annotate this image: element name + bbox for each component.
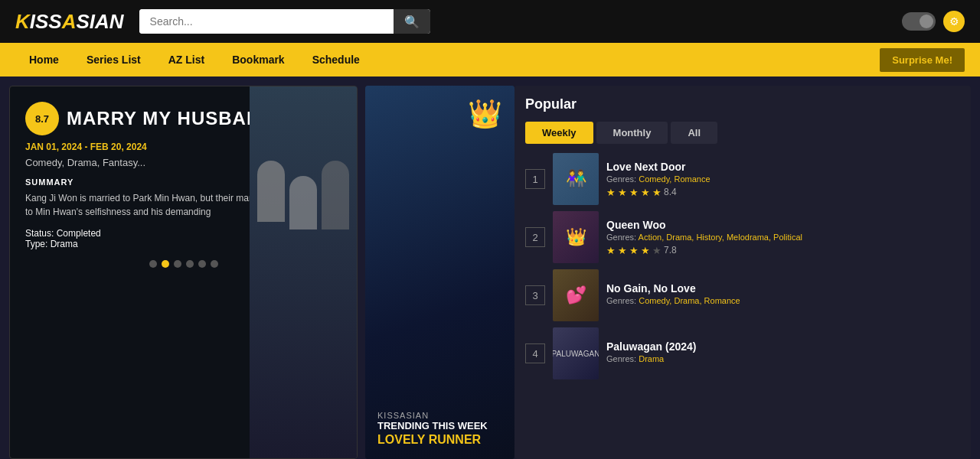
type-label: Type: xyxy=(25,239,47,249)
header: KISSASIAN 🔍 ⚙ xyxy=(0,0,980,43)
star: ★ xyxy=(652,245,662,256)
kissasian-label: KISSASIAN xyxy=(377,411,502,420)
header-right: ⚙ xyxy=(902,11,965,32)
star: ★ xyxy=(618,245,627,256)
star: ★ xyxy=(629,245,639,256)
genres-3: Genres: Comedy, Drama, Romance xyxy=(606,296,960,305)
tab-weekly[interactable]: Weekly xyxy=(525,122,593,144)
info-4: Paluwagan (2024) Genres: Drama xyxy=(606,340,960,366)
popular-title: Popular xyxy=(525,96,960,112)
nav-bookmark[interactable]: Bookmark xyxy=(218,43,298,76)
dot-5[interactable] xyxy=(198,260,206,268)
dot-3[interactable] xyxy=(174,260,181,268)
popular-tabs: Weekly Monthly All xyxy=(525,122,960,144)
star: ★ xyxy=(606,187,616,198)
star: ★ xyxy=(629,187,639,198)
crown-icon: 👑 xyxy=(468,98,502,130)
search-button[interactable]: 🔍 xyxy=(394,9,430,34)
surprise-button[interactable]: Surprise Me! xyxy=(880,48,965,72)
status-label: Status: xyxy=(25,228,54,239)
rank-3: 3 xyxy=(525,285,545,305)
search-input[interactable] xyxy=(139,9,394,34)
info-1: Love Next Door Genres: Comedy, Romance ★… xyxy=(606,161,960,198)
title-3: No Gain, No Love xyxy=(606,282,960,295)
featured-card[interactable]: 8.7 MARRY MY HUSBAND JAN 01, 2024 - FEB … xyxy=(9,86,358,459)
genres-2: Genres: Action, Drama, History, Melodram… xyxy=(606,233,960,242)
thumb-2: 👑 xyxy=(553,211,599,263)
status-value: Completed xyxy=(57,228,101,239)
navigation: Home Series List AZ List Bookmark Schedu… xyxy=(0,43,980,76)
popular-section: Popular Weekly Monthly All 1 👫 Love Next… xyxy=(514,86,971,459)
stars-1: ★ ★ ★ ★ ★ 8.4 xyxy=(606,187,960,198)
trending-text: KISSASIAN TRENDING THIS WEEK LOVELY RUNN… xyxy=(377,411,502,447)
thumbnail-image xyxy=(250,86,357,458)
rank-1: 1 xyxy=(525,169,545,189)
dot-4[interactable] xyxy=(186,260,194,268)
featured-title: MARRY MY HUSBAND xyxy=(67,108,275,129)
rating-num-2: 7.8 xyxy=(664,245,677,256)
nav-home[interactable]: Home xyxy=(15,43,73,76)
title-4: Paluwagan (2024) xyxy=(606,340,960,353)
stars-2: ★ ★ ★ ★ ★ 7.8 xyxy=(606,245,960,256)
rating-badge: 8.7 xyxy=(25,102,59,135)
star: ★ xyxy=(652,187,662,198)
theme-toggle[interactable] xyxy=(902,12,936,31)
thumb-img-4: PALUWAGAN xyxy=(553,327,599,379)
trending-this-week-label: TRENDING THIS WEEK xyxy=(377,420,502,431)
rating-num-1: 8.4 xyxy=(664,187,677,197)
dot-6[interactable] xyxy=(211,260,218,268)
popular-item-3[interactable]: 3 💕 No Gain, No Love Genres: Comedy, Dra… xyxy=(525,269,960,321)
genres-1: Genres: Comedy, Romance xyxy=(606,174,960,184)
popular-item-1[interactable]: 1 👫 Love Next Door Genres: Comedy, Roman… xyxy=(525,153,960,205)
dot-1[interactable] xyxy=(149,260,157,268)
nav-az-list[interactable]: AZ List xyxy=(155,43,218,76)
rank-4: 4 xyxy=(525,343,545,363)
thumb-img-2: 👑 xyxy=(553,211,599,263)
star: ★ xyxy=(618,187,627,198)
settings-icon[interactable]: ⚙ xyxy=(943,11,965,32)
popular-item-2[interactable]: 2 👑 Queen Woo Genres: Action, Drama, His… xyxy=(525,211,960,263)
logo[interactable]: KISSASIAN xyxy=(15,10,124,34)
rank-2: 2 xyxy=(525,227,545,247)
star: ★ xyxy=(606,245,616,256)
type-value: Drama xyxy=(51,239,78,249)
popular-list: 1 👫 Love Next Door Genres: Comedy, Roman… xyxy=(525,153,960,379)
title-1: Love Next Door xyxy=(606,161,960,173)
info-3: No Gain, No Love Genres: Comedy, Drama, … xyxy=(606,282,960,308)
thumb-4: PALUWAGAN xyxy=(553,327,599,379)
nav-series-list[interactable]: Series List xyxy=(73,43,155,76)
dot-2[interactable] xyxy=(162,260,169,268)
star: ★ xyxy=(641,187,650,198)
search-bar: 🔍 xyxy=(139,9,430,34)
trending-card[interactable]: 👑 KISSASIAN TRENDING THIS WEEK LOVELY RU… xyxy=(365,86,514,459)
thumb-1: 👫 xyxy=(553,153,599,205)
tab-all[interactable]: All xyxy=(671,122,717,144)
title-2: Queen Woo xyxy=(606,219,960,231)
info-2: Queen Woo Genres: Action, Drama, History… xyxy=(606,219,960,256)
featured-thumbnail xyxy=(250,86,357,458)
hero-section: 8.7 MARRY MY HUSBAND JAN 01, 2024 - FEB … xyxy=(9,86,514,459)
tab-monthly[interactable]: Monthly xyxy=(596,122,668,144)
trending-show-name: LOVELY RUNNER xyxy=(377,433,502,447)
thumb-3: 💕 xyxy=(553,269,599,321)
genres-4: Genres: Drama xyxy=(606,354,960,363)
trending-background xyxy=(365,86,514,459)
thumb-img-1: 👫 xyxy=(553,153,599,205)
star: ★ xyxy=(641,245,650,256)
popular-item-4[interactable]: 4 PALUWAGAN Paluwagan (2024) Genres: Dra… xyxy=(525,327,960,379)
main-content: 8.7 MARRY MY HUSBAND JAN 01, 2024 - FEB … xyxy=(0,76,980,459)
nav-schedule[interactable]: Schedule xyxy=(299,43,374,76)
thumb-img-3: 💕 xyxy=(553,269,599,321)
